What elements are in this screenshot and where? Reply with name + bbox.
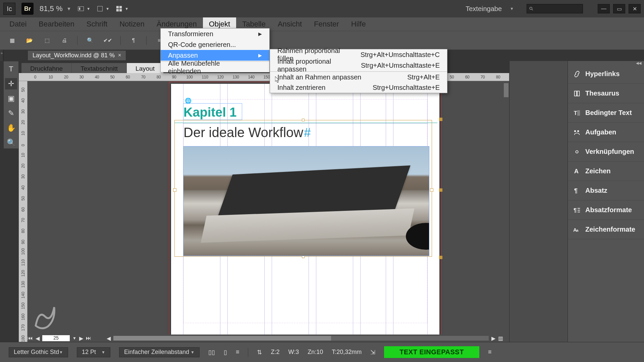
options-icon[interactable]: ≡	[488, 349, 492, 356]
note-tool[interactable]: ▣	[5, 93, 17, 104]
menu-bar: Datei Bearbeiten Schrift Notizen Änderun…	[0, 17, 644, 31]
font-family-value: Letter Gothic Std	[14, 349, 59, 356]
new-icon[interactable]: ▦	[7, 36, 17, 45]
menu-schrift[interactable]: Schrift	[80, 17, 113, 31]
panel-aufgaben[interactable]: Aufgaben	[568, 123, 644, 142]
panel-dock: ◀◀ HyperlinksThesaurusTBedingter TextAuf…	[568, 61, 644, 342]
screen-mode-dropdown[interactable]: ▼	[96, 5, 109, 12]
panel-bedingter-text[interactable]: TBedingter Text	[568, 103, 644, 123]
document-tab[interactable]: Layout_Workflow.indd @ 81 % ×	[28, 50, 126, 61]
print-icon[interactable]: 🖨	[60, 36, 69, 45]
mouse-cursor	[275, 76, 280, 83]
next-page-button[interactable]: ▶	[79, 335, 83, 342]
maximize-button[interactable]: ▭	[613, 4, 625, 13]
hand-tool[interactable]: ✋	[5, 122, 17, 134]
svg-text:A: A	[574, 168, 579, 175]
svg-rect-3	[116, 6, 119, 8]
document-tab-label: Layout_Workflow.indd @ 81 %	[33, 52, 115, 59]
panel-absatzformate[interactable]: ¶Absatzformate	[568, 200, 644, 220]
split-view-icon[interactable]: ▥	[498, 335, 503, 342]
page[interactable]: Kapitel 1 🌐 Der ideale Workflow # ✎	[171, 84, 439, 335]
svg-rect-4	[119, 6, 122, 8]
linked-image	[183, 146, 429, 256]
w-metric: W:3	[288, 349, 299, 356]
help-search-input[interactable]	[527, 4, 583, 13]
menu-hilfe[interactable]: Hilfe	[345, 17, 372, 31]
zoom-value: 81,5 %	[40, 4, 63, 13]
search-icon[interactable]: 🔍	[86, 36, 95, 45]
columns-icon[interactable]: ▯▯	[208, 349, 215, 356]
pilcrow-icon[interactable]: ¶	[129, 36, 138, 45]
menu-notizen[interactable]: Notizen	[113, 17, 151, 31]
type-tool[interactable]: T	[5, 63, 17, 75]
horizontal-scrollbar[interactable]	[113, 336, 489, 341]
panel-absatz[interactable]: ¶Absatz	[568, 181, 644, 200]
zoom-tool[interactable]: 🔍	[5, 137, 17, 148]
svg-point-12	[577, 130, 579, 132]
panel-thesaurus[interactable]: Thesaurus	[568, 84, 644, 103]
font-size-combo[interactable]: 12 Pt▼	[77, 347, 110, 357]
panel-collapsed-gutter[interactable]	[509, 61, 568, 342]
subtitle-frame[interactable]: Der ideale Workflow #	[183, 123, 427, 141]
menu-item-anpassen[interactable]: Anpassen▶	[161, 50, 269, 61]
menu-item-alle-befehle[interactable]: Alle Menübefehle einblenden	[161, 61, 269, 72]
spellcheck-icon[interactable]: ✔✔	[103, 36, 112, 45]
arrange-dropdown[interactable]: ▼	[115, 5, 128, 12]
menu-item-transformieren[interactable]: Transformieren▶	[161, 28, 269, 39]
save-icon[interactable]: ⬚	[42, 36, 52, 45]
image-frame[interactable]: ✎	[183, 146, 429, 256]
submenu-inhalt-zentrieren[interactable]: Inhalt zentrieren Strg+Umschalttaste+E	[270, 82, 447, 93]
panel-zeichenformate[interactable]: AaZeichenformate	[568, 220, 644, 239]
panel-hyperlinks[interactable]: Hyperlinks	[568, 64, 644, 84]
panel-zeichen[interactable]: AZeichen	[568, 162, 644, 181]
page-number-input[interactable]: 25	[42, 335, 70, 341]
prev-page-button[interactable]: ◀	[36, 335, 40, 342]
leading-combo[interactable]: Einfacher Zeilenabstand▼	[119, 347, 200, 357]
view-mode-dropdown[interactable]: ▼	[77, 5, 90, 12]
workspace-switcher[interactable]: Texteingabe	[466, 5, 502, 13]
menu-bearbeiten[interactable]: Bearbeiten	[33, 17, 80, 31]
menu-datei[interactable]: Datei	[3, 17, 33, 31]
status-bar: Letter Gothic Std▼ 12 Pt▼ Einfacher Zeil…	[0, 342, 644, 362]
font-family-combo[interactable]: Letter Gothic Std▼	[9, 347, 68, 357]
end-of-story-marker: #	[304, 126, 311, 140]
close-icon[interactable]: ×	[118, 52, 121, 58]
last-page-button[interactable]: ⏭	[86, 335, 91, 341]
scroll-right-button[interactable]: ▶	[491, 335, 495, 342]
svg-text:¶: ¶	[574, 187, 578, 194]
svg-point-7	[530, 7, 532, 9]
shortcut-text: Strg+Umschalttaste+E	[373, 84, 440, 92]
close-button[interactable]: ✕	[629, 4, 641, 13]
panel-verknüpfungen[interactable]: Verknüpfungen	[568, 142, 644, 162]
vertical-ruler: 5040302010010203040506070809010011012013…	[19, 81, 28, 342]
leading-value: Einfacher Zeilenabstand	[124, 349, 189, 356]
position-tool[interactable]: ✛	[5, 78, 17, 89]
menu-ansicht[interactable]: Ansicht	[272, 17, 308, 31]
vertical-scrollbar[interactable]	[503, 81, 509, 335]
page-dropdown-icon[interactable]: ▼	[72, 336, 76, 341]
measure-icon[interactable]: ⇅	[257, 349, 262, 356]
page-icon[interactable]: ▯	[224, 349, 227, 356]
tool-gutter: »	[0, 50, 3, 61]
eyedropper-tool[interactable]: ✎	[5, 108, 17, 119]
tab-druckfahne[interactable]: Druckfahne	[21, 63, 72, 74]
menu-fenster[interactable]: Fenster	[308, 17, 345, 31]
tab-layout[interactable]: Layout	[127, 63, 164, 74]
open-icon[interactable]: 📂	[25, 36, 34, 45]
subtitle-text: Der ideale Workflow	[183, 125, 303, 140]
chapter-frame[interactable]: Kapitel 1 🌐	[183, 103, 242, 120]
minimize-button[interactable]: —	[598, 4, 610, 13]
chapter-text: Kapitel 1	[183, 105, 236, 120]
menu-item-qrcode[interactable]: QR-Code generieren...	[161, 39, 269, 50]
zn-metric: Zn:10	[308, 349, 323, 356]
submenu-inhalt-prop-anpassen[interactable]: Inhalt proportional anpassen Strg+Alt+Um…	[270, 60, 447, 71]
zoom-level[interactable]: 81,5 % ▼	[40, 4, 71, 13]
depth-icon[interactable]: ⇲	[370, 349, 375, 356]
bridge-icon[interactable]: Br	[21, 3, 34, 15]
document-canvas[interactable]: 0102030405060708090100110120130140150160…	[19, 73, 509, 342]
align-icon[interactable]: ≡	[236, 349, 239, 356]
tab-textabschnitt[interactable]: Textabschnitt	[72, 63, 127, 74]
first-page-button[interactable]: ⏮	[28, 335, 33, 341]
shortcut-text: Strg+Alt+E	[407, 73, 440, 81]
scroll-left-button[interactable]: ◀	[107, 335, 111, 342]
